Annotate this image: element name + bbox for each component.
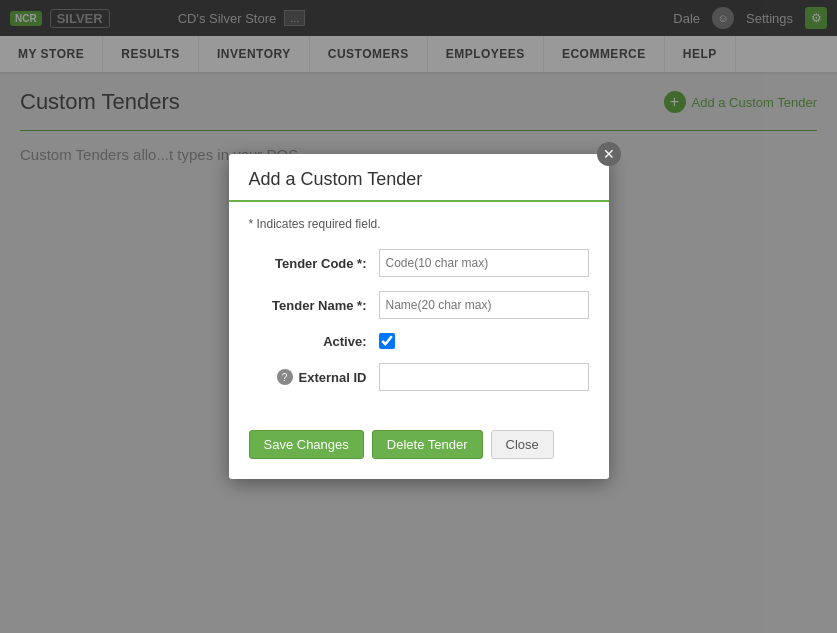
external-id-row: ? External ID bbox=[249, 363, 589, 391]
save-changes-button[interactable]: Save Changes bbox=[249, 430, 364, 459]
external-id-input[interactable] bbox=[379, 363, 589, 391]
tender-name-row: Tender Name *: bbox=[249, 291, 589, 319]
close-button[interactable]: Close bbox=[491, 430, 554, 459]
tender-name-input[interactable] bbox=[379, 291, 589, 319]
modal-title: Add a Custom Tender bbox=[249, 169, 589, 190]
modal-close-button[interactable]: ✕ bbox=[597, 142, 621, 166]
delete-tender-button[interactable]: Delete Tender bbox=[372, 430, 483, 459]
modal-footer: Save Changes Delete Tender Close bbox=[229, 420, 609, 479]
modal-dialog: ✕ Add a Custom Tender * Indicates requir… bbox=[229, 154, 609, 479]
external-id-label: External ID bbox=[299, 370, 367, 385]
required-note: * Indicates required field. bbox=[249, 217, 589, 231]
modal-header: Add a Custom Tender bbox=[229, 154, 609, 202]
help-icon[interactable]: ? bbox=[277, 369, 293, 385]
tender-code-label: Tender Code *: bbox=[249, 256, 379, 271]
tender-code-row: Tender Code *: bbox=[249, 249, 589, 277]
tender-code-input[interactable] bbox=[379, 249, 589, 277]
modal-overlay: ✕ Add a Custom Tender * Indicates requir… bbox=[0, 0, 837, 633]
tender-name-label: Tender Name *: bbox=[249, 298, 379, 313]
modal-body: * Indicates required field. Tender Code … bbox=[229, 202, 609, 420]
active-label: Active: bbox=[249, 334, 379, 349]
active-row: Active: bbox=[249, 333, 589, 349]
active-checkbox[interactable] bbox=[379, 333, 395, 349]
